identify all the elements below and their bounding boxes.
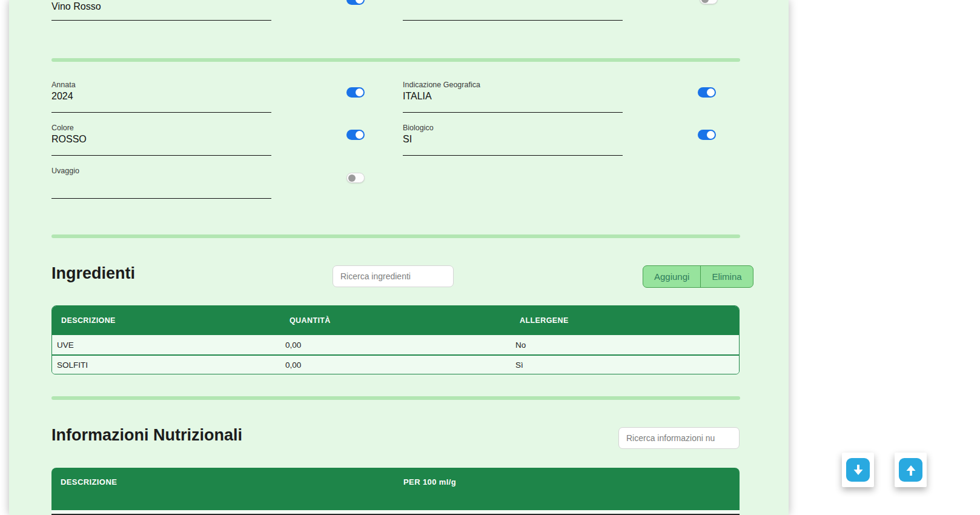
page: Vino Rosso Annata 2024 Indicazione Geogr…: [0, 0, 980, 515]
colore-toggle[interactable]: [346, 130, 365, 140]
biologico-field[interactable]: Biologico SI: [403, 124, 623, 146]
nutrition-search-input[interactable]: [618, 427, 740, 449]
annata-underline: [51, 112, 271, 113]
top-right-field[interactable]: [403, 1, 623, 13]
indicazione-geografica-field[interactable]: Indicazione Geografica ITALIA: [403, 81, 623, 103]
annata-field[interactable]: Annata 2024: [51, 81, 271, 103]
ingredients-search-input[interactable]: [333, 265, 454, 287]
scroll-up-icon: [899, 458, 922, 482]
cell-allergene: Sì: [511, 360, 739, 370]
uvaggio-label: Uvaggio: [51, 167, 271, 175]
ingredients-table-header: DESCRIZIONE QUANTITÀ ALLERGENE: [52, 306, 739, 335]
toggle-knob: [348, 174, 356, 182]
ingredients-button-group: Aggiungi Elimina: [643, 265, 753, 288]
indicazione-geografica-label: Indicazione Geografica: [403, 81, 623, 89]
scroll-to-top-button[interactable]: [895, 453, 927, 487]
wine-name-underline: [51, 20, 271, 21]
annata-value: 2024: [51, 91, 271, 103]
biologico-label: Biologico: [403, 124, 623, 132]
wine-name-field[interactable]: Vino Rosso: [51, 1, 271, 13]
annata-toggle[interactable]: [346, 87, 365, 98]
colore-label: Colore: [51, 124, 271, 132]
toggle-knob: [707, 88, 715, 96]
toggle-knob: [356, 88, 363, 96]
indicazione-geografica-toggle[interactable]: [698, 87, 716, 98]
ingredients-table: DESCRIZIONE QUANTITÀ ALLERGENE UVE 0,00 …: [51, 305, 740, 374]
biologico-underline: [403, 155, 623, 156]
biologico-value: SI: [403, 134, 623, 146]
section-divider: [51, 396, 740, 400]
table-row[interactable]: SOLFITI 0,00 Sì: [52, 354, 739, 374]
cell-descrizione: SOLFITI: [52, 360, 280, 370]
header-descrizione: DESCRIZIONE: [51, 468, 394, 510]
top-right-value: [403, 1, 623, 13]
colore-underline: [51, 155, 271, 156]
toggle-knob: [356, 131, 363, 139]
uvaggio-toggle[interactable]: [346, 173, 365, 183]
annata-label: Annata: [51, 81, 271, 89]
uvaggio-underline: [51, 198, 271, 199]
nutrition-table-header: DESCRIZIONE PER 100 ml/g: [51, 468, 740, 510]
header-quantita: QUANTITÀ: [280, 316, 511, 325]
cell-quantita: 0,00: [280, 360, 511, 370]
colore-field[interactable]: Colore ROSSO: [51, 124, 271, 146]
scroll-to-bottom-button[interactable]: [842, 453, 874, 487]
toggle-knob: [707, 131, 715, 139]
header-allergene: ALLERGENE: [511, 316, 739, 325]
indicazione-geografica-underline: [403, 112, 623, 113]
scroll-down-icon: [846, 458, 870, 482]
nutrition-table: DESCRIZIONE PER 100 ml/g: [51, 468, 740, 515]
table-row[interactable]: UVE 0,00 No: [52, 335, 739, 354]
top-right-toggle[interactable]: [700, 0, 718, 4]
section-divider: [51, 58, 740, 62]
cell-allergene: No: [511, 341, 739, 350]
wine-form-panel: Vino Rosso Annata 2024 Indicazione Geogr…: [9, 0, 789, 515]
header-per-100: PER 100 ml/g: [394, 468, 740, 510]
delete-ingredient-button[interactable]: Elimina: [700, 266, 752, 287]
uvaggio-value: [51, 177, 271, 189]
cell-descrizione: UVE: [52, 341, 280, 350]
top-right-underline: [403, 20, 623, 21]
toggle-knob: [356, 0, 363, 4]
top-left-toggle[interactable]: [346, 0, 365, 5]
cell-quantita: 0,00: [280, 341, 511, 350]
wine-name-value: Vino Rosso: [51, 1, 271, 13]
uvaggio-field[interactable]: Uvaggio: [51, 167, 271, 189]
add-ingredient-button[interactable]: Aggiungi: [643, 266, 700, 287]
header-descrizione: DESCRIZIONE: [52, 316, 280, 325]
colore-value: ROSSO: [51, 134, 271, 146]
nutrition-title: Informazioni Nutrizionali: [51, 426, 242, 445]
toggle-knob: [701, 0, 709, 3]
section-divider: [51, 234, 740, 238]
indicazione-geografica-value: ITALIA: [403, 91, 623, 103]
ingredients-title: Ingredienti: [51, 264, 135, 283]
biologico-toggle[interactable]: [698, 130, 716, 140]
